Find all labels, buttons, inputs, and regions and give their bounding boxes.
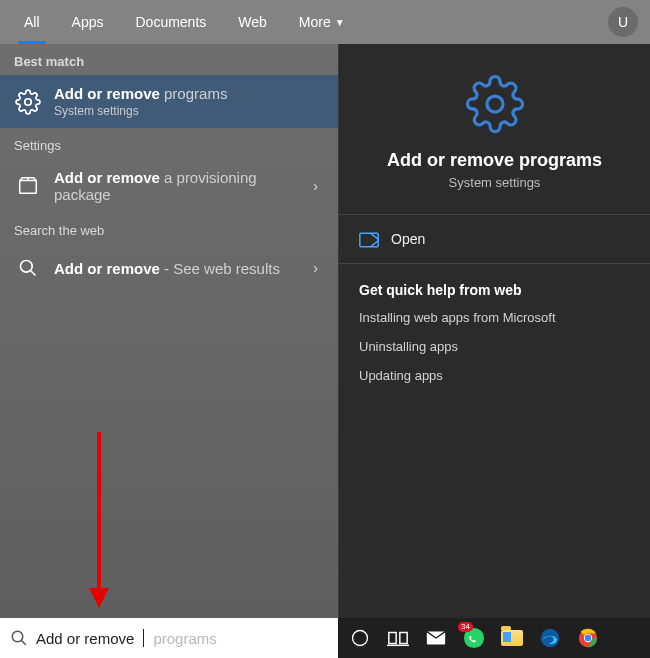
- result-provisioning-package[interactable]: Add or remove a provisioning package ›: [0, 159, 338, 213]
- svg-rect-5: [360, 233, 378, 246]
- search-input[interactable]: Add or remove programs: [0, 618, 338, 658]
- svg-rect-1: [20, 181, 37, 194]
- result-title: Add or remove programs: [54, 85, 324, 102]
- package-icon: [14, 172, 42, 200]
- svg-point-0: [25, 98, 32, 105]
- open-icon: [359, 232, 377, 246]
- svg-rect-11: [389, 633, 396, 644]
- preview-title: Add or remove programs: [349, 150, 640, 171]
- taskbar-tray: 34: [338, 618, 650, 658]
- svg-rect-12: [400, 633, 407, 644]
- edge-icon[interactable]: [538, 626, 562, 650]
- whatsapp-icon[interactable]: 34: [462, 626, 486, 650]
- tab-apps-label: Apps: [72, 14, 104, 30]
- avatar-initial: U: [618, 14, 628, 30]
- svg-point-4: [487, 96, 503, 112]
- task-view-icon[interactable]: [386, 626, 410, 650]
- svg-point-8: [12, 631, 23, 642]
- section-settings: Settings: [0, 128, 338, 159]
- help-link-update[interactable]: Updating apps: [359, 368, 630, 383]
- chrome-icon[interactable]: [576, 626, 600, 650]
- gear-icon: [14, 88, 42, 116]
- gear-icon: [465, 74, 525, 134]
- tab-documents-label: Documents: [135, 14, 206, 30]
- open-label: Open: [391, 231, 425, 247]
- search-icon: [14, 254, 42, 282]
- chevron-right-icon: ›: [313, 178, 324, 194]
- preview-hero: Add or remove programs System settings: [339, 44, 650, 215]
- help-title: Get quick help from web: [359, 282, 630, 298]
- preview-subtitle: System settings: [349, 175, 640, 190]
- open-action[interactable]: Open: [339, 215, 650, 264]
- tab-documents[interactable]: Documents: [119, 0, 222, 44]
- tab-more[interactable]: More▼: [283, 0, 361, 44]
- notification-badge: 34: [458, 622, 473, 632]
- annotation-arrow: [90, 432, 109, 608]
- svg-point-16: [541, 629, 559, 647]
- section-best-match: Best match: [0, 44, 338, 75]
- svg-point-19: [585, 635, 591, 641]
- result-web-search[interactable]: Add or remove - See web results ›: [0, 244, 338, 292]
- svg-line-3: [31, 271, 36, 276]
- tab-all[interactable]: All: [8, 0, 56, 44]
- tab-apps[interactable]: Apps: [56, 0, 120, 44]
- user-avatar[interactable]: U: [608, 7, 638, 37]
- svg-line-9: [21, 640, 26, 645]
- svg-point-10: [353, 631, 368, 646]
- section-search-web: Search the web: [0, 213, 338, 244]
- help-block: Get quick help from web Installing web a…: [339, 264, 650, 415]
- chevron-down-icon: ▼: [335, 17, 345, 28]
- search-icon: [10, 629, 28, 647]
- result-title: Add or remove a provisioning package: [54, 169, 301, 203]
- tab-web-label: Web: [238, 14, 267, 30]
- search-typed-text: Add or remove: [36, 630, 134, 647]
- tab-all-label: All: [24, 14, 40, 30]
- result-title: Add or remove - See web results: [54, 260, 301, 277]
- text-caret: [143, 629, 144, 647]
- result-subtitle: System settings: [54, 104, 324, 118]
- results-panel: Best match Add or remove programs System…: [0, 44, 338, 618]
- help-link-install[interactable]: Installing web apps from Microsoft: [359, 310, 630, 325]
- help-link-uninstall[interactable]: Uninstalling apps: [359, 339, 630, 354]
- taskbar: Add or remove programs 34: [0, 618, 650, 658]
- search-tab-bar: All Apps Documents Web More▼ U: [0, 0, 650, 44]
- chevron-right-icon: ›: [313, 260, 324, 276]
- mail-icon[interactable]: [424, 626, 448, 650]
- preview-panel: Add or remove programs System settings O…: [338, 44, 650, 618]
- tab-more-label: More: [299, 14, 331, 30]
- cortana-icon[interactable]: [348, 626, 372, 650]
- file-explorer-icon[interactable]: [500, 626, 524, 650]
- tab-web[interactable]: Web: [222, 0, 283, 44]
- result-best-match[interactable]: Add or remove programs System settings: [0, 75, 338, 128]
- search-ghost-text: programs: [153, 630, 216, 647]
- svg-point-2: [21, 261, 33, 273]
